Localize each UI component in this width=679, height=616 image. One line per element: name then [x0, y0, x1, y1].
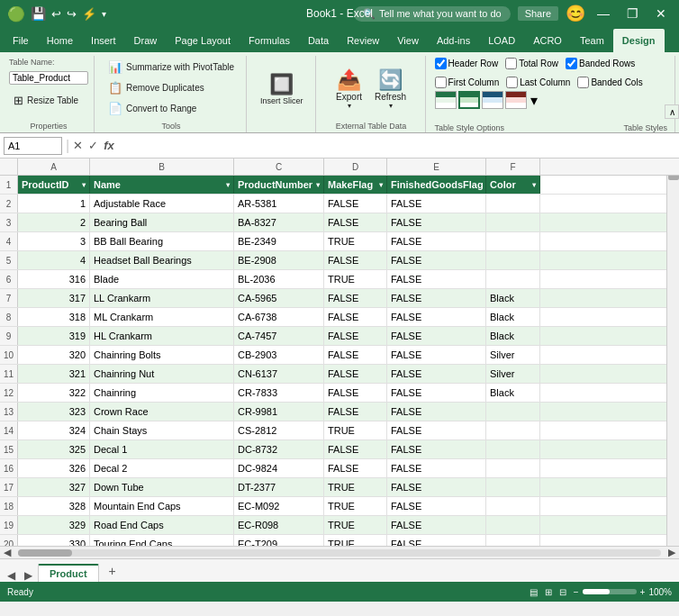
cell-16-col0[interactable]: 326 [18, 459, 90, 477]
close-button[interactable]: ✕ [650, 3, 672, 24]
finishedgoodsflag-dropdown[interactable]: FinishedGoodsFlag ▾ [391, 179, 482, 190]
cell-6-col0[interactable]: 316 [18, 270, 90, 288]
view-normal-icon[interactable]: ▤ [530, 587, 538, 597]
banded-rows-checkbox[interactable] [566, 58, 577, 69]
total-row-checkbox[interactable] [505, 58, 517, 69]
confirm-formula-icon[interactable]: ✓ [88, 139, 98, 152]
productid-dropdown-icon[interactable]: ▾ [82, 181, 86, 189]
cell-13-col2[interactable]: CR-9981 [234, 403, 324, 421]
cell-20-col2[interactable]: EC-T209 [234, 535, 324, 546]
cell-3-col3[interactable]: FALSE [324, 213, 387, 231]
title-dropdown-icon[interactable]: ▾ [102, 9, 106, 19]
zoom-out-button[interactable]: − [574, 587, 579, 597]
cell-16-col1[interactable]: Decal 2 [90, 459, 234, 477]
cell-9-col4[interactable]: FALSE [387, 327, 486, 345]
style-swatch-3[interactable] [482, 91, 503, 109]
refresh-button[interactable]: 🔄 Refresh ▾ [370, 68, 411, 113]
cell-11-col0[interactable]: 321 [18, 365, 90, 383]
cell-18-col1[interactable]: Mountain End Caps [90, 497, 234, 515]
share-button[interactable]: Share [518, 6, 558, 21]
cell-2-col3[interactable]: FALSE [324, 195, 387, 213]
cell-12-col5[interactable]: Black [486, 384, 540, 402]
header-row-checkbox[interactable] [435, 58, 447, 69]
ribbon-collapse-button[interactable]: ∧ [665, 104, 679, 119]
tab-data[interactable]: Data [299, 29, 338, 52]
name-dropdown-icon[interactable]: ▾ [226, 181, 230, 189]
cell-14-col4[interactable]: FALSE [387, 421, 486, 439]
productnumber-dropdown-icon[interactable]: ▾ [316, 181, 320, 189]
total-row-checkbox-label[interactable]: Total Row [505, 58, 558, 69]
last-col-checkbox[interactable] [506, 77, 518, 88]
cell-13-col4[interactable]: FALSE [387, 403, 486, 421]
formula-input[interactable] [118, 140, 675, 152]
zoom-in-button[interactable]: + [640, 587, 646, 597]
cell-12-col0[interactable]: 322 [18, 384, 90, 402]
cell-2-col5[interactable] [486, 195, 540, 213]
cell-19-col4[interactable]: FALSE [387, 516, 486, 534]
cell-19-col1[interactable]: Road End Caps [90, 516, 234, 534]
cell-6-col5[interactable] [486, 270, 540, 288]
cell-14-col1[interactable]: Chain Stays [90, 421, 234, 439]
sheet-tab-product[interactable]: Product [38, 564, 99, 582]
cell-18-col4[interactable]: FALSE [387, 497, 486, 515]
cell-6-col4[interactable]: FALSE [387, 270, 486, 288]
search-box[interactable]: 🔍 Tell me what you want to do [354, 6, 511, 22]
view-pagebreak-icon[interactable]: ⊟ [559, 587, 566, 597]
cell-7-col1[interactable]: LL Crankarm [90, 289, 234, 307]
cell-16-col2[interactable]: DC-9824 [234, 459, 324, 477]
name-dropdown[interactable]: Name ▾ [94, 179, 230, 190]
resize-table-button[interactable]: ⊞ Resize Table [9, 91, 88, 110]
cell-7-col5[interactable]: Black [486, 289, 540, 307]
productid-dropdown[interactable]: ProductID ▾ [22, 179, 86, 190]
fx-icon[interactable]: fx [104, 139, 114, 152]
cell-reference-box[interactable] [4, 137, 62, 155]
cell-20-col5[interactable] [486, 535, 540, 546]
cell-7-col0[interactable]: 317 [18, 289, 90, 307]
cell-2-col4[interactable]: FALSE [387, 195, 486, 213]
cell-4-col5[interactable] [486, 232, 540, 250]
tab-addins[interactable]: Add-ins [428, 29, 479, 52]
cell-14-col5[interactable] [486, 421, 540, 439]
cell-20-col1[interactable]: Touring End Caps [90, 535, 234, 546]
cell-9-col1[interactable]: HL Crankarm [90, 327, 234, 345]
cell-5-col5[interactable] [486, 251, 540, 269]
banded-rows-checkbox-label[interactable]: Banded Rows [566, 58, 635, 69]
cell-11-col5[interactable]: Silver [486, 365, 540, 383]
cell-6-col2[interactable]: BL-2036 [234, 270, 324, 288]
header-cell-productnumber[interactable]: ProductNumber ▾ [234, 176, 324, 194]
cell-10-col1[interactable]: Chainring Bolts [90, 346, 234, 364]
cell-19-col0[interactable]: 329 [18, 516, 90, 534]
cell-20-col3[interactable]: TRUE [324, 535, 387, 546]
cell-15-col2[interactable]: DC-8732 [234, 440, 324, 458]
cell-5-col1[interactable]: Headset Ball Bearings [90, 251, 234, 269]
cell-11-col3[interactable]: FALSE [324, 365, 387, 383]
cell-17-col1[interactable]: Down Tube [90, 478, 234, 496]
cell-8-col4[interactable]: FALSE [387, 308, 486, 326]
prev-sheet-icon[interactable]: ◀ [4, 569, 19, 582]
cell-9-col5[interactable]: Black [486, 327, 540, 345]
cell-16-col3[interactable]: FALSE [324, 459, 387, 477]
cell-10-col3[interactable]: FALSE [324, 346, 387, 364]
cell-4-col0[interactable]: 3 [18, 232, 90, 250]
cell-2-col0[interactable]: 1 [18, 195, 90, 213]
cell-13-col5[interactable] [486, 403, 540, 421]
col-header-d[interactable]: D [324, 159, 387, 175]
tab-draw[interactable]: Draw [125, 29, 167, 52]
export-button[interactable]: 📤 Export ▾ [331, 68, 367, 113]
cell-8-col0[interactable]: 318 [18, 308, 90, 326]
cell-9-col3[interactable]: FALSE [324, 327, 387, 345]
productnumber-dropdown[interactable]: ProductNumber ▾ [238, 179, 320, 190]
cell-17-col5[interactable] [486, 478, 540, 496]
cell-12-col3[interactable]: FALSE [324, 384, 387, 402]
banded-cols-checkbox[interactable] [577, 77, 589, 88]
cell-13-col1[interactable]: Crown Race [90, 403, 234, 421]
cell-11-col4[interactable]: FALSE [387, 365, 486, 383]
scroll-left-icon[interactable]: ◀ [0, 547, 14, 558]
cell-11-col2[interactable]: CN-6137 [234, 365, 324, 383]
vertical-scrollbar[interactable] [666, 159, 679, 546]
save-icon[interactable]: 💾 [31, 6, 46, 21]
col-header-c[interactable]: C [234, 159, 324, 175]
cell-7-col2[interactable]: CA-5965 [234, 289, 324, 307]
cell-2-col1[interactable]: Adjustable Race [90, 195, 234, 213]
next-sheet-icon[interactable]: ▶ [21, 569, 36, 582]
